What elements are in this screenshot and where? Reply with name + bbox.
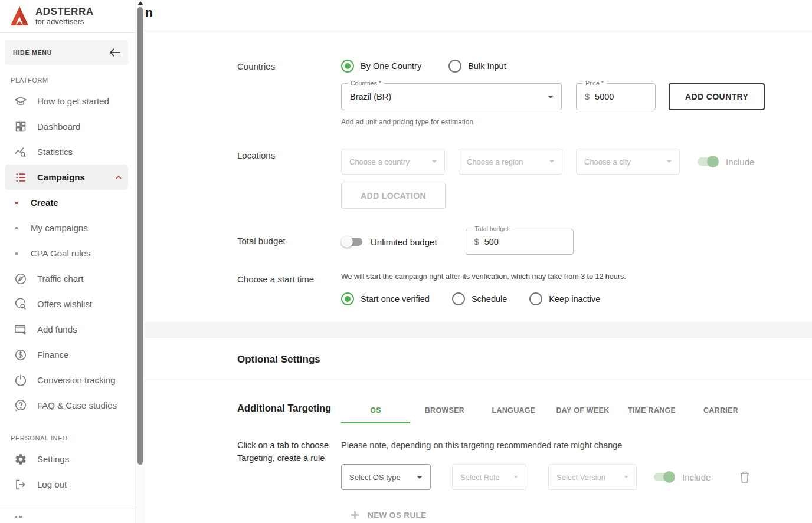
sidebar-subitem-create[interactable]: Create: [5, 190, 136, 215]
add-country-button[interactable]: ADD COUNTRY: [669, 83, 765, 110]
compass-icon: [14, 272, 27, 285]
total-budget-row: Total budget Unlimited budget Total budg…: [237, 229, 812, 255]
sidebar-subitem-my-campaigns[interactable]: My campaigns: [5, 215, 136, 241]
sidebar-item-how-to-get-started[interactable]: How to get started: [5, 88, 128, 114]
os-rule-row: Select OS type Select Rule Select Versio…: [341, 464, 812, 490]
locations-label: Locations: [237, 149, 341, 209]
tab-os[interactable]: OS: [341, 398, 410, 423]
dashboard-grid-icon: [14, 120, 27, 133]
sidebar-item-settings[interactable]: Settings: [5, 446, 128, 472]
chevron-down-icon: [624, 476, 628, 478]
chevron-down-icon: [417, 476, 423, 479]
section-separator: [145, 322, 812, 338]
countries-select[interactable]: Countries * Brazil (BR): [341, 83, 562, 110]
scrollbar-thumb[interactable]: [137, 7, 143, 465]
brand-name: ADSTERRA: [35, 6, 93, 17]
campaigns-list-icon: [14, 171, 27, 184]
personal-info-section-label: PERSONAL INFO: [11, 435, 136, 442]
rule-include-toggle[interactable]: [653, 471, 675, 483]
chevron-down-icon: [548, 96, 554, 98]
sidebar-item-faq-case-studies[interactable]: FAQ & Case studies: [5, 393, 128, 418]
start-time-radio-group: Start once verified Schedule Keep inacti…: [341, 292, 812, 305]
additional-targeting-section: Additional Targeting OS BROWSER LANGUAGE…: [145, 381, 812, 520]
chevron-down-icon: [513, 476, 518, 478]
sidebar-item-offers-wishlist[interactable]: Offers wishlist: [5, 291, 128, 317]
settings-gear-icon: [14, 453, 27, 466]
partial-icon: [15, 516, 136, 518]
choose-region-select[interactable]: Choose a region: [459, 149, 562, 175]
radio-start-once-verified[interactable]: Start once verified: [341, 292, 430, 305]
chevron-up-icon: [114, 173, 123, 182]
tab-browser[interactable]: BROWSER: [410, 398, 479, 423]
total-budget-input[interactable]: [479, 236, 533, 247]
wishlist-search-icon: [14, 298, 27, 311]
sidebar-item-dashboard[interactable]: Dashboard: [5, 114, 128, 139]
targeting-note: Please note, depending on this targeting…: [341, 439, 812, 450]
page-header: n: [145, 0, 812, 31]
tab-time-range[interactable]: TIME RANGE: [617, 398, 686, 423]
radio-icon: [529, 292, 542, 305]
radio-schedule[interactable]: Schedule: [452, 292, 507, 305]
select-os-type[interactable]: Select OS type: [341, 464, 431, 490]
platform-section-label: PLATFORM: [11, 77, 136, 84]
select-rule[interactable]: Select Rule: [452, 464, 526, 490]
select-version[interactable]: Select Version: [548, 464, 637, 490]
sidebar-subitem-cpa-goal-rules[interactable]: CPA Goal rules: [5, 241, 136, 266]
start-time-row: Choose a start time We will start the ca…: [237, 272, 812, 305]
radio-keep-inactive[interactable]: Keep inactive: [529, 292, 600, 305]
statistics-chart-icon: [14, 146, 27, 159]
chevron-down-icon: [667, 160, 672, 163]
delete-rule-button[interactable]: [739, 471, 751, 483]
price-input[interactable]: [590, 91, 643, 102]
scroll-up-arrow[interactable]: [137, 1, 143, 5]
include-label: Include: [726, 157, 754, 167]
sidebar-item-log-out[interactable]: Log out: [5, 472, 128, 497]
sidebar-item-traffic-chart[interactable]: Traffic chart: [5, 266, 128, 291]
unlimited-budget-toggle[interactable]: [341, 235, 364, 248]
sidebar-item-finance[interactable]: Finance: [5, 342, 128, 367]
conversion-tracking-icon: [14, 374, 27, 387]
radio-by-one-country[interactable]: By One Country: [341, 60, 421, 73]
tab-carrier[interactable]: CARRIER: [686, 398, 755, 423]
bullet-icon: [15, 227, 18, 229]
price-field[interactable]: Price * $: [576, 83, 656, 110]
bullet-icon: [15, 252, 18, 255]
sidebar-item-conversion-tracking[interactable]: Conversion tracking: [5, 367, 128, 393]
radio-bulk-input[interactable]: Bulk Input: [448, 60, 506, 73]
tab-language[interactable]: LANGUAGE: [479, 398, 548, 423]
page-title-partial: n: [145, 5, 153, 19]
currency-symbol: $: [466, 237, 479, 246]
currency-symbol: $: [577, 92, 590, 101]
app-window: n Countries By One Country Bulk Input: [0, 0, 812, 523]
sidebar: ADSTERRA for advertisers HIDE MENU PLATF…: [0, 0, 145, 523]
choose-country-select[interactable]: Choose a country: [341, 149, 445, 175]
logout-icon: [14, 478, 27, 491]
include-label: Include: [682, 472, 711, 482]
adsterra-logo-icon: [11, 6, 28, 26]
total-budget-label: Total budget: [237, 229, 341, 255]
trash-icon: [739, 471, 751, 483]
unlimited-budget-label: Unlimited budget: [371, 237, 437, 247]
tab-day-of-week[interactable]: DAY OF WEEK: [548, 398, 617, 423]
sidebar-divider: [0, 509, 136, 509]
bullet-icon: [15, 202, 18, 204]
new-os-rule-button[interactable]: NEW OS RULE: [347, 510, 430, 520]
brand-logo: ADSTERRA for advertisers: [0, 0, 136, 33]
hide-menu-button[interactable]: HIDE MENU: [5, 40, 128, 65]
sidebar-item-campaigns[interactable]: Campaigns: [5, 165, 128, 190]
countries-label: Countries: [237, 60, 341, 126]
radio-icon: [452, 292, 465, 305]
radio-icon: [341, 292, 354, 305]
graduation-cap-icon: [14, 95, 27, 108]
radio-icon: [448, 60, 461, 73]
sidebar-item-statistics[interactable]: Statistics: [5, 139, 128, 165]
choose-city-select[interactable]: Choose a city: [576, 149, 680, 175]
country-mode-radio-group: By One Country Bulk Input: [341, 60, 812, 73]
total-budget-field[interactable]: Total budget $: [466, 229, 574, 255]
countries-fields-row: Countries * Brazil (BR) Price * $ ADD CO…: [341, 83, 812, 110]
targeting-tabs: OS BROWSER LANGUAGE DAY OF WEEK TIME RAN…: [341, 398, 812, 423]
add-location-button[interactable]: ADD LOCATION: [341, 183, 446, 209]
radio-icon: [341, 60, 354, 73]
sidebar-item-add-funds[interactable]: Add funds: [5, 317, 128, 342]
locations-include-toggle[interactable]: [696, 155, 719, 168]
